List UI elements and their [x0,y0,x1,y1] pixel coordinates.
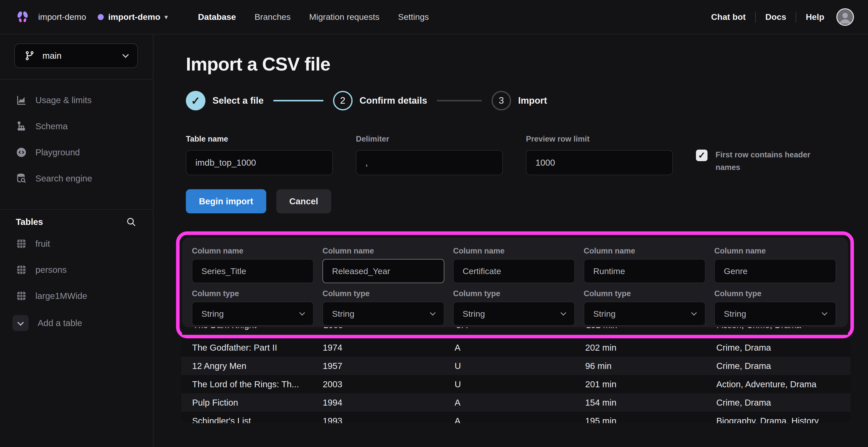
table-row: 12 Angry Men 1957 U 96 min Crime, Drama [181,357,850,375]
chevron-down-icon [299,310,305,316]
cell-series-title: The Godfather: Part II [192,343,323,353]
header-row-checkbox-field: ✓ First row contains header names [696,135,824,175]
column-type-select-series-title[interactable]: String [192,302,314,326]
sidebar-item-usage-limits[interactable]: Usage & limits [0,87,153,113]
column-type-select-released-year[interactable]: String [322,302,444,326]
delimiter-input[interactable] [356,150,503,175]
sidebar-nav: Usage & limits Schema Playground [0,79,153,198]
cell-genre: Crime, Drama [716,398,850,408]
page-title: Import a CSV file [186,54,868,75]
cell-genre: Action, Adventure, Drama [716,379,850,389]
column-type-genre: Column type String [714,289,836,326]
cell-certificate: U [455,379,585,389]
column-type-label: Column type [192,289,314,298]
search-icon[interactable] [126,216,136,227]
sidebar-item-search-engine[interactable]: Search engine [0,165,153,192]
table-icon [16,238,27,249]
cell-runtime: 202 min [585,343,716,353]
database-name[interactable]: import-demo [108,12,160,22]
add-table-label: Add a table [38,318,82,328]
header-row-checkbox-label[interactable]: First row contains header names [716,148,824,175]
tab-branches[interactable]: Branches [254,12,290,22]
column-type-select-certificate[interactable]: String [453,302,575,326]
database-dot-icon [98,14,104,20]
table-name-label: Table name [186,135,333,144]
add-a-table-button[interactable]: Add a table [0,309,153,337]
sidebar-table-persons[interactable]: persons [0,257,153,283]
column-name-label: Column name [322,246,444,255]
cell-released-year: 1993 [323,416,455,423]
cell-runtime: 154 min [585,398,716,408]
import-options-form: Table name Delimiter Preview row limit ✓… [186,135,868,175]
column-type-select-genre[interactable]: String [714,302,836,326]
tab-database[interactable]: Database [198,12,236,22]
cell-series-title: Schindler's List [192,416,323,423]
git-branch-icon [24,50,35,61]
tab-migration-requests[interactable]: Migration requests [309,12,379,22]
column-name-input-runtime[interactable] [584,259,706,283]
cell-series-title: Pulp Fiction [192,398,323,408]
sidebar-item-schema[interactable]: Schema [0,113,153,139]
clipped-preview-row: The Dark Knight 2008 UA 152 min Action, … [182,327,848,335]
branch-name: main [42,51,62,61]
step-3-number: 3 [492,91,511,110]
column-name-label: Column name [584,246,706,255]
table-row: Pulp Fiction 1994 A 154 min Crime, Drama [181,393,850,412]
column-type-series-title: Column type String [192,289,314,326]
highlight-annotation: Column name Column name Column name Colu… [176,231,854,338]
xata-logo-icon[interactable] [16,11,29,23]
column-type-label: Column type [584,289,706,298]
column-config-panel: Column name Column name Column name Colu… [182,237,848,327]
table-name-field: Table name [186,135,333,175]
column-config-runtime: Column name [584,246,706,283]
sidebar-item-playground[interactable]: Playground [0,139,153,165]
cell-genre: Biography, Drama, History [716,416,850,423]
table-name-input[interactable] [186,150,333,175]
user-avatar[interactable] [836,8,854,26]
top-bar: import-demo import-demo ▾ Database Branc… [0,0,868,34]
usage-chart-icon [16,95,27,106]
cell-genre: Action, Crime, Drama [717,327,848,330]
sidebar-table-fruit[interactable]: fruit [0,231,153,257]
sidebar-item-label: Playground [35,147,80,158]
step-2-label: Confirm details [360,95,427,106]
step-2-number: 2 [333,91,352,110]
column-type-runtime: Column type String [584,289,706,326]
cell-released-year: 1957 [323,361,455,371]
database-caret-icon[interactable]: ▾ [164,13,168,21]
header-row-checkbox[interactable]: ✓ [696,149,708,161]
tab-settings[interactable]: Settings [398,12,429,22]
preview-row-limit-input[interactable] [526,150,673,175]
avatar-silhouette-icon [837,9,853,25]
begin-import-button[interactable]: Begin import [186,189,266,213]
branch-selector[interactable]: main [14,43,138,68]
divider [796,11,796,23]
column-name-input-genre[interactable] [714,259,836,283]
column-name-input-certificate[interactable] [453,259,575,283]
column-name-input-series-title[interactable] [192,259,314,283]
chevron-down-box-icon[interactable] [12,315,29,331]
chevron-down-icon [122,51,129,58]
help-link[interactable]: Help [806,12,824,22]
chevron-down-icon [822,310,828,316]
import-stepper: ✓ Select a file 2 Confirm details 3 Impo… [186,91,868,110]
column-name-input-released-year[interactable] [322,259,444,283]
cell-released-year: 1974 [323,343,455,353]
column-config-certificate: Column name [453,246,575,283]
table-row: Schindler's List 1993 A 195 min Biograph… [181,412,850,423]
step-3-label: Import [518,95,547,106]
workspace-name[interactable]: import-demo [38,12,86,22]
cancel-button[interactable]: Cancel [276,189,331,213]
sidebar-table-large1mwide[interactable]: large1MWide [0,283,153,309]
table-row: The Godfather: Part II 1974 A 202 min Cr… [181,338,850,357]
step-connector-active [273,100,323,101]
docs-link[interactable]: Docs [765,12,786,22]
step-1-complete-check-icon: ✓ [186,91,206,110]
cell-certificate: U [455,361,585,371]
column-type-label: Column type [453,289,575,298]
column-name-label: Column name [192,246,314,255]
chat-bot-link[interactable]: Chat bot [711,12,746,22]
column-type-select-runtime[interactable]: String [584,302,706,326]
cell-runtime: 195 min [585,416,716,423]
column-type-label: Column type [714,289,836,298]
